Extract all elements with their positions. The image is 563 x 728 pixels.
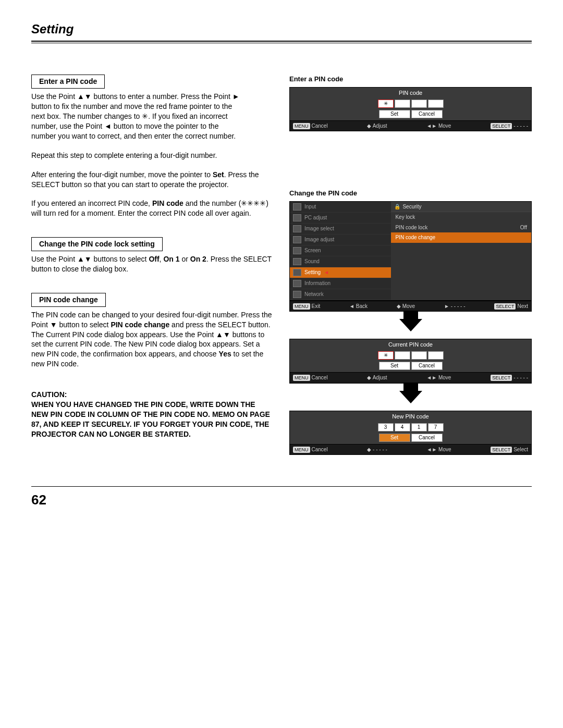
new-cancel-button[interactable]: Cancel	[411, 434, 443, 442]
current-pin-4[interactable]	[428, 351, 444, 360]
new-set-button[interactable]: Set	[379, 434, 410, 442]
sidebar-item-input[interactable]: Input	[290, 202, 391, 213]
osd-change-pin-menu: Input PC adjust Image select Image adjus…	[289, 201, 532, 301]
osd-hintbar: MENUCancel ◆ Adjust ◄► Move SELECT- - - …	[290, 120, 531, 131]
current-cancel-button[interactable]: Cancel	[411, 362, 443, 370]
pin-digit-3[interactable]	[411, 100, 427, 108]
osd-title: PIN code	[290, 88, 531, 98]
new-pin-1[interactable]: 3	[378, 423, 394, 431]
para-pin-change: The PIN code can be changed to your desi…	[31, 310, 274, 369]
current-set-button[interactable]: Set	[379, 362, 410, 370]
sidebar-item-image-adjust[interactable]: Image adjust	[290, 235, 391, 245]
pin-digit-1[interactable]: ✳	[378, 100, 394, 108]
sidebar-item-information[interactable]: Information	[290, 278, 391, 289]
panel-title-security: 🔒Security	[391, 202, 531, 213]
para-enter-pin-3: After entering the four-digit number, mo…	[31, 170, 274, 190]
section-header: Setting	[31, 21, 532, 40]
pin-digit-2[interactable]	[395, 100, 410, 108]
para-enter-pin-1: Use the Point ▲▼ buttons to enter a numb…	[31, 92, 274, 141]
fig1-caption: Enter a PIN code	[289, 75, 532, 84]
caution-label: CAUTION:	[31, 390, 274, 400]
current-pin-2[interactable]	[395, 351, 410, 360]
opt-key-lock[interactable]: Key lock	[391, 212, 531, 223]
osd-menu-hintbar-wrap: MENUExit ◄ Back ◆ Move ► - - - - - SELEC…	[289, 301, 532, 312]
new-pin-4[interactable]: 7	[428, 423, 444, 431]
arrow-down-icon	[399, 391, 422, 403]
sidebar-item-screen[interactable]: Screen	[290, 245, 391, 256]
caution-body: WHEN YOU HAVE CHANGED THE PIN CODE, WRIT…	[31, 400, 274, 439]
osd-sidebar: Input PC adjust Image select Image adjus…	[290, 202, 391, 300]
rule-top-thin	[31, 43, 532, 43]
heading-change-lock: Change the PIN code lock setting	[31, 237, 163, 251]
osd-enter-pin: PIN code ✳ Set Cancel MENUCancel ◆ Adjus…	[289, 87, 532, 131]
current-pin-3[interactable]	[411, 351, 427, 360]
sidebar-item-sound[interactable]: Sound	[290, 256, 391, 267]
heading-pin-change: PIN code change	[31, 293, 106, 307]
osd-new-hintbar: MENUCancel ◆ - - - - - ◄► Move SELECTSel…	[290, 444, 531, 455]
osd-menu-hintbar: MENUExit ◄ Back ◆ Move ► - - - - - SELEC…	[290, 301, 531, 312]
para-enter-pin-2: Repeat this step to complete entering a …	[31, 151, 274, 161]
osd-title-current: Current PIN code	[290, 339, 531, 350]
rule-bottom	[31, 486, 532, 487]
pin-digit-4[interactable]	[428, 100, 444, 108]
opt-pin-code-change[interactable]: PIN code change	[391, 232, 531, 243]
osd-new-pin: New PIN code 3 4 1 7 Set Cancel MENUCanc…	[289, 411, 532, 455]
sidebar-item-image-select[interactable]: Image select	[290, 224, 391, 235]
osd-current-pin: Current PIN code ✳ Set Cancel MENUCancel…	[289, 339, 532, 383]
cancel-button[interactable]: Cancel	[411, 110, 443, 118]
pin-digit-row: ✳	[290, 98, 531, 109]
para-enter-pin-4: If you entered an incorrect PIN code, PI…	[31, 199, 274, 218]
rule-top-thick	[31, 41, 532, 42]
osd-title-new: New PIN code	[290, 411, 531, 422]
new-pin-3[interactable]: 1	[411, 423, 427, 431]
lock-icon: 🔒	[394, 204, 400, 209]
sidebar-item-pc-adjust[interactable]: PC adjust	[290, 213, 391, 224]
osd-security-panel: 🔒Security Key lock PIN code lockOff PIN …	[391, 202, 531, 300]
current-pin-1[interactable]: ✳	[378, 351, 394, 360]
heading-enter-pin: Enter a PIN code	[31, 75, 105, 89]
caution-block: CAUTION: WHEN YOU HAVE CHANGED THE PIN C…	[31, 390, 274, 439]
set-button[interactable]: Set	[379, 110, 410, 118]
sidebar-item-setting[interactable]: Setting◄	[290, 267, 391, 278]
para-change-lock: Use the Point ▲▼ buttons to select Off, …	[31, 254, 274, 274]
page-number: 62	[31, 491, 532, 509]
new-pin-2[interactable]: 4	[395, 423, 410, 431]
arrow-down-icon	[399, 319, 422, 331]
opt-pin-code-lock[interactable]: PIN code lockOff	[391, 223, 531, 233]
osd-current-hintbar: MENUCancel ◆ Adjust ◄► Move SELECT- - - …	[290, 372, 531, 383]
sidebar-item-network[interactable]: Network	[290, 289, 391, 300]
fig2-caption: Change the PIN code	[289, 189, 532, 198]
